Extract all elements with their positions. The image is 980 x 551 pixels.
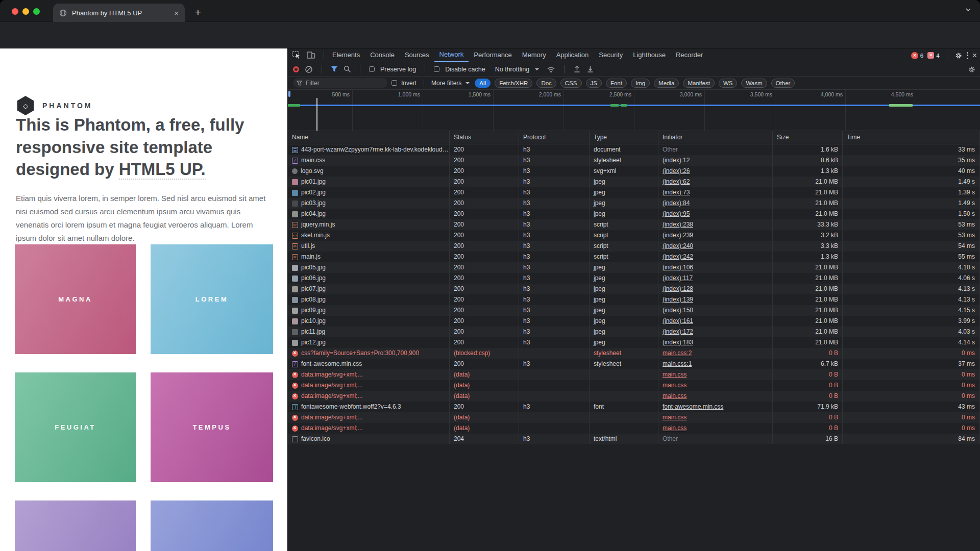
tile-tempus[interactable]: TEMPUS xyxy=(151,372,273,482)
tab-close-icon[interactable]: × xyxy=(174,9,179,17)
initiator-link[interactable]: (index):128 xyxy=(663,284,693,294)
column-header-initiator[interactable]: Initiator xyxy=(658,131,773,144)
close-window-button[interactable] xyxy=(12,8,18,15)
devtools-menu-dots-icon[interactable] xyxy=(967,52,968,59)
filter-pill-doc[interactable]: Doc xyxy=(536,79,556,88)
devtools-tab-elements[interactable]: Elements xyxy=(327,48,365,62)
table-row[interactable]: 443-port-wzanw2zpyyom7rme.kk-lab-dev.kod… xyxy=(288,144,980,155)
filter-pill-other[interactable]: Other xyxy=(771,79,795,88)
import-har-icon[interactable] xyxy=(573,65,581,73)
initiator-link[interactable]: (index):139 xyxy=(663,294,693,305)
initiator-link[interactable]: (index):172 xyxy=(663,327,693,337)
initiator-link[interactable]: (index):106 xyxy=(663,262,693,273)
initiator-link[interactable]: (index):95 xyxy=(663,209,690,219)
table-row[interactable]: util.js200h3script(index):2403.3 kB54 ms xyxy=(288,241,980,252)
more-filters-button[interactable]: More filters xyxy=(431,80,461,87)
filter-pill-manifest[interactable]: Manifest xyxy=(683,79,714,88)
table-row[interactable]: pic06.jpg200h3jpeg(index):11721.0 MB4.06… xyxy=(288,273,980,284)
table-row[interactable]: favicon.ico204h3text/htmlOther16 B84 ms xyxy=(288,434,980,444)
issues-icon[interactable]: × xyxy=(927,52,934,59)
throttling-select[interactable]: No throttling xyxy=(495,66,529,73)
table-row[interactable]: skel.min.js200h3script(index):2393.2 kB5… xyxy=(288,230,980,241)
filter-pill-wasm[interactable]: Wasm xyxy=(741,79,767,88)
initiator-link[interactable]: main.css xyxy=(663,369,687,380)
filter-pill-css[interactable]: CSS xyxy=(560,79,582,88)
filter-pill-img[interactable]: Img xyxy=(631,79,650,88)
initiator-link[interactable]: main.css xyxy=(663,380,687,391)
devtools-tab-performance[interactable]: Performance xyxy=(469,48,517,62)
devtools-settings-gear-icon[interactable] xyxy=(954,52,963,60)
initiator-link[interactable]: (index):238 xyxy=(663,219,693,230)
device-toolbar-icon[interactable] xyxy=(306,51,315,59)
filter-pill-all[interactable]: All xyxy=(475,79,491,88)
timeline-drag-handle[interactable] xyxy=(288,91,290,97)
table-row[interactable]: pic12.jpg200h3jpeg(index):18321.0 MB4.14… xyxy=(288,337,980,348)
initiator-link[interactable]: (index):150 xyxy=(663,305,693,316)
table-row[interactable]: pic01.jpg200h3jpeg(index):6221.0 MB1.49 … xyxy=(288,177,980,187)
devtools-tab-lighthouse[interactable]: Lighthouse xyxy=(628,48,671,62)
table-row[interactable]: fontawesome-webfont.woff2?v=4.6.3200h3fo… xyxy=(288,402,980,412)
column-header-size[interactable]: Size xyxy=(773,131,843,144)
initiator-link[interactable]: (index):73 xyxy=(663,187,690,198)
initiator-link[interactable]: main.css xyxy=(663,423,687,434)
table-row[interactable]: css?family=Source+Sans+Pro:300,700,900(b… xyxy=(288,348,980,359)
table-row[interactable]: data:image/svg+xml;...(data)main.css0 B0… xyxy=(288,391,980,402)
browser-tab[interactable]: Phantom by HTML5 UP × xyxy=(53,4,185,22)
network-overview-timeline[interactable]: 500 ms1,000 ms1,500 ms2,000 ms2,500 ms3,… xyxy=(288,90,980,131)
tab-search-chevron-icon[interactable] xyxy=(965,6,972,13)
tile-magna[interactable]: MAGNA xyxy=(15,244,136,354)
table-row[interactable]: pic03.jpg200h3jpeg(index):8421.0 MB1.49 … xyxy=(288,198,980,209)
initiator-link[interactable]: (index):84 xyxy=(663,198,690,209)
initiator-link[interactable]: (index):12 xyxy=(663,155,690,166)
table-row[interactable]: pic10.jpg200h3jpeg(index):16121.0 MB3.99… xyxy=(288,316,980,327)
table-row[interactable]: main.js200h3script(index):2421.3 kB55 ms xyxy=(288,252,980,262)
search-icon[interactable] xyxy=(344,65,351,73)
filter-input[interactable] xyxy=(305,79,376,87)
filter-input-box[interactable] xyxy=(293,78,387,88)
network-conditions-icon[interactable] xyxy=(547,66,555,73)
clear-network-log-icon[interactable] xyxy=(305,65,313,73)
preserve-log-checkbox[interactable] xyxy=(369,66,375,72)
maximize-window-button[interactable] xyxy=(33,8,40,15)
table-row[interactable]: main.css200h3stylesheet(index):128.6 kB3… xyxy=(288,155,980,166)
table-row[interactable]: pic09.jpg200h3jpeg(index):15021.0 MB4.15… xyxy=(288,305,980,316)
devtools-tab-application[interactable]: Application xyxy=(551,48,594,62)
filter-pill-media[interactable]: Media xyxy=(654,79,679,88)
devtools-tab-console[interactable]: Console xyxy=(365,48,400,62)
network-settings-gear-icon[interactable] xyxy=(968,65,976,73)
devtools-tab-security[interactable]: Security xyxy=(594,48,628,62)
tile-lorem[interactable]: LOREM xyxy=(151,244,273,354)
initiator-link[interactable]: (index):242 xyxy=(663,252,693,262)
site-logo[interactable]: ◇ PHANTOM xyxy=(16,96,93,115)
initiator-link[interactable]: (index):26 xyxy=(663,166,690,177)
table-row[interactable]: logo.svg200h3svg+xml(index):261.3 kB40 m… xyxy=(288,166,980,177)
table-row[interactable]: pic08.jpg200h3jpeg(index):13921.0 MB4.13… xyxy=(288,294,980,305)
minimize-window-button[interactable] xyxy=(22,8,29,15)
filter-pill-font[interactable]: Font xyxy=(606,79,627,88)
export-har-icon[interactable] xyxy=(586,65,594,73)
devtools-close-icon[interactable]: × xyxy=(972,52,977,60)
record-network-log-icon[interactable] xyxy=(293,66,299,72)
tile-feugiat[interactable]: FEUGIAT xyxy=(15,372,136,482)
table-row[interactable]: data:image/svg+xml;...(data)main.css0 B0… xyxy=(288,380,980,391)
filter-pill-js[interactable]: JS xyxy=(586,79,602,88)
initiator-link[interactable]: main.css:2 xyxy=(663,348,692,359)
initiator-link[interactable]: (index):239 xyxy=(663,230,693,241)
filter-pill-fetchxhr[interactable]: Fetch/XHR xyxy=(495,79,532,88)
column-header-status[interactable]: Status xyxy=(450,131,519,144)
table-row[interactable]: data:image/svg+xml;...(data)main.css0 B0… xyxy=(288,412,980,423)
initiator-link[interactable]: main.css xyxy=(663,412,687,423)
devtools-tab-sources[interactable]: Sources xyxy=(400,48,434,62)
initiator-link[interactable]: (index):240 xyxy=(663,241,693,252)
initiator-link[interactable]: font-awesome.min.css xyxy=(663,402,723,412)
initiator-link[interactable]: (index):62 xyxy=(663,177,690,187)
table-row[interactable]: data:image/svg+xml;...(data)main.css0 B0… xyxy=(288,423,980,434)
filter-pill-ws[interactable]: WS xyxy=(719,79,738,88)
initiator-link[interactable]: main.css:1 xyxy=(663,359,692,369)
initiator-link[interactable]: (index):183 xyxy=(663,337,693,348)
initiator-link[interactable]: (index):117 xyxy=(663,273,693,284)
html5up-link[interactable]: HTML5 UP. xyxy=(119,160,206,180)
table-row[interactable]: jquery.min.js200h3script(index):23833.3 … xyxy=(288,219,980,230)
devtools-tab-recorder[interactable]: Recorder xyxy=(671,48,708,62)
column-header-time[interactable]: Time xyxy=(843,131,979,144)
